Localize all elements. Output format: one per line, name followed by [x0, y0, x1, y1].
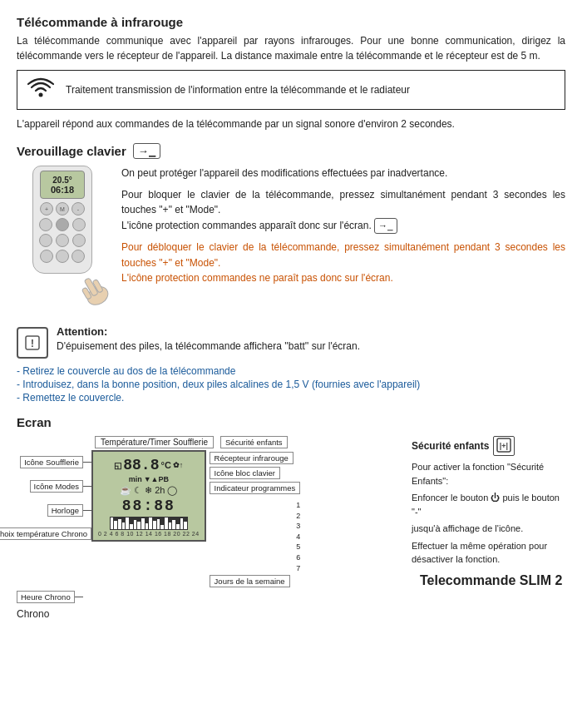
lcd-icons-right: ✿↑: [173, 461, 184, 469]
svg-text:|+|: |+|: [500, 442, 508, 450]
rbtn-9: [72, 234, 86, 247]
num-1: 1: [296, 500, 300, 511]
attention-title: Attention:: [57, 325, 565, 338]
lcd-chrono-bar: [110, 517, 188, 530]
telecommande-slim-title: Telecommande SLIM 2: [420, 573, 565, 588]
label-jours: Jours de la semaine: [210, 575, 290, 587]
num-3: 3: [296, 521, 300, 532]
attention-text: D'épuisement des piles, la télécommande …: [57, 340, 565, 352]
telecommande-section: Télécommande à infrarouge La télécommand…: [17, 15, 565, 131]
key-icon: →⎯: [133, 143, 160, 159]
display-and-rows: Icône Soufflerie Icône Modes Horloge: [17, 450, 403, 587]
verouillage-title-text: Verouillage clavier: [17, 144, 126, 158]
verouillage-section: Verouillage clavier →⎯ 20.5° 06:18 + M -: [17, 143, 565, 314]
label-infrarouge: Récepteur infrarouge: [210, 452, 293, 464]
right-jours: Jours de la semaine: [210, 575, 301, 587]
wifi-box: Traitement transmission de l'information…: [17, 70, 565, 110]
rbtn-12: [72, 250, 85, 263]
chrono-scale: 0 2 4 6 8 10 12 14 16 18 20 22 24: [98, 531, 200, 537]
securite-p2: Enfoncer le bouton ⏻ puis le bouton "-": [412, 491, 565, 518]
bar-5: [126, 518, 129, 529]
rbtn-5: [56, 218, 69, 231]
bar-1: [111, 518, 114, 529]
lcd-main-temp: 88.8: [123, 457, 159, 473]
right-row-infrarouge: Récepteur infrarouge: [210, 452, 301, 464]
securite-text-block: Pour activer la fonction "Sécurité Enfan…: [412, 460, 565, 567]
lcd-unit: °C: [160, 460, 170, 470]
battery-step-1: - Retirez le couvercle au dos de la télé…: [17, 365, 565, 377]
remote-body: 20.5° 06:18 + M -: [32, 166, 92, 274]
vero-p5-text: L'icône protection commandes ne paraît p…: [121, 272, 393, 284]
bar-18: [176, 524, 180, 529]
top-label-row: Température/Timer Soufflerie Sécurité en…: [95, 436, 403, 448]
bar-10: [146, 523, 149, 529]
bar-2: [114, 521, 117, 529]
bar-12: [153, 521, 156, 529]
label-chrono-temp: Choix température Chrono: [0, 527, 91, 540]
rbtn-7: [39, 234, 52, 247]
bar-19: [180, 518, 184, 529]
num-4: 4: [296, 532, 300, 542]
arrow-heure-chrono: [75, 597, 83, 597]
right-label-securite: Sécurité enfants: [220, 436, 288, 448]
num-6: 6: [296, 552, 300, 563]
lcd-horloge: 88:88: [122, 498, 175, 514]
lock-icon-inline: →⎯: [374, 218, 397, 234]
lcd-top-row: ◱ 88.8 °C ✿↑: [114, 457, 183, 473]
vero-p4: Pour débloquer le clavier de la télécomm…: [121, 240, 565, 286]
rbtn-2: M: [56, 202, 69, 215]
vero-p1: On peut protéger l'appareil des modifica…: [121, 166, 565, 181]
bar-20: [184, 522, 187, 529]
lcd-pb: ▼▲PB: [144, 475, 169, 483]
bar-13: [157, 519, 160, 529]
label-soufflerie: Icône Soufflerie: [20, 456, 83, 468]
rbtn-3: -: [72, 202, 85, 215]
lcd-mode5: ◯: [167, 485, 177, 496]
nums-column: 1 2 3 4 5 6 7: [210, 500, 301, 573]
label-modes: Icône Modes: [30, 480, 83, 493]
right-row-programmes: Indicateur programmes: [210, 482, 301, 494]
lcd-sub-row: min ▼▲PB: [129, 475, 169, 483]
right-row-bloc: Icône bloc clavier: [210, 467, 301, 479]
rbtn-1: +: [40, 202, 53, 215]
arrow-modes: [83, 486, 91, 487]
lcd-mode1: ☕: [120, 485, 131, 496]
lcd-mode3: ❄: [145, 485, 152, 496]
attention-icon: !: [17, 327, 48, 359]
side-label-chrono-temp: Choix température Chrono: [17, 525, 91, 542]
bar-16: [169, 522, 172, 529]
lcd-mode2: ☾: [134, 485, 142, 496]
bar-6: [130, 524, 133, 529]
remote-temp: 20.5°: [52, 176, 72, 185]
num-2: 2: [296, 511, 300, 522]
arrow-horloge: [83, 510, 91, 511]
hand-pointer: [71, 265, 116, 314]
signal-text: L'appareil répond aux commandes de la té…: [17, 116, 565, 131]
heure-chrono-row: Heure Chrono: [17, 591, 403, 603]
ecran-main: Température/Timer Soufflerie Sécurité en…: [17, 436, 565, 603]
bar-17: [172, 520, 175, 529]
securite-title-text: Sécurité enfants: [412, 440, 489, 452]
verouillage-content: 20.5° 06:18 + M -: [17, 166, 565, 314]
intro-text: La télécommande communique avec l'appare…: [17, 33, 565, 63]
label-horloge: Horloge: [47, 504, 83, 517]
lcd-modes-row: ☕ ☾ ❄ 2h ◯: [120, 485, 177, 496]
bar-11: [149, 518, 152, 529]
label-heure-chrono: Heure Chrono: [17, 591, 75, 603]
verouillage-title-row: Verouillage clavier →⎯: [17, 143, 565, 159]
bar-15: [165, 518, 168, 529]
rbtn-10: [40, 250, 53, 263]
lcd-soufflerie-icon: ◱: [114, 461, 121, 470]
wifi-icon: [27, 77, 54, 103]
attention-box: ! Attention: D'épuisement des piles, la …: [17, 325, 565, 359]
right-display-labels: Récepteur infrarouge Icône bloc clavier …: [210, 450, 301, 587]
rbtn-6: [72, 218, 86, 231]
side-label-soufflerie: Icône Soufflerie: [17, 450, 91, 473]
ecran-title: Ecran: [17, 415, 565, 429]
num-5: 5: [296, 542, 300, 552]
bar-8: [137, 522, 141, 529]
bar-9: [141, 518, 145, 529]
rbtn-4: [39, 218, 52, 231]
remote-screen: 20.5° 06:18: [40, 171, 85, 199]
svg-text:!: !: [31, 337, 34, 349]
